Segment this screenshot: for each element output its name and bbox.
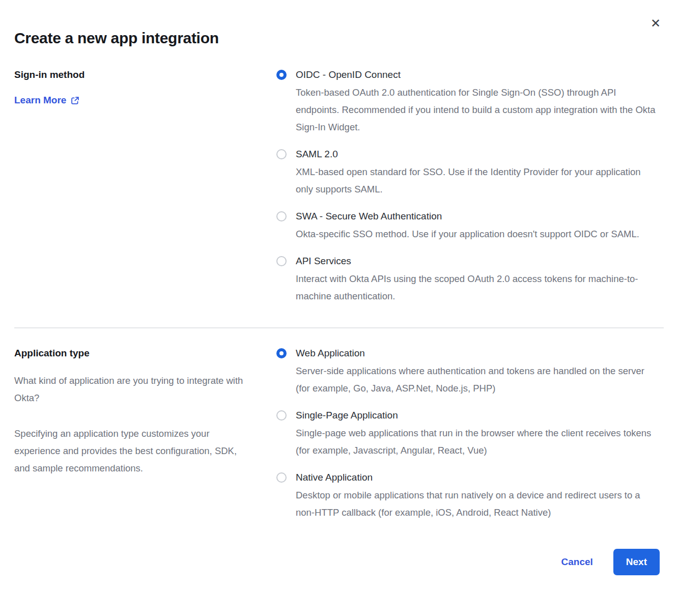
radio-native-app[interactable] — [276, 472, 287, 483]
learn-more-label: Learn More — [14, 95, 66, 106]
option-web-app: Web Application Server-side applications… — [276, 348, 664, 397]
application-type-question: What kind of application are you trying … — [14, 372, 253, 407]
option-saml-title: SAML 2.0 — [296, 149, 338, 160]
learn-more-link[interactable]: Learn More — [14, 95, 79, 106]
option-web-app-title: Web Application — [296, 348, 365, 359]
option-api-services-title: API Services — [296, 256, 351, 267]
radio-saml[interactable] — [276, 149, 287, 159]
application-type-label: Application type — [14, 348, 276, 359]
option-oidc-title: OIDC - OpenID Connect — [296, 69, 401, 80]
signin-method-section: Sign-in method Learn More OIDC - OpenID … — [14, 69, 664, 305]
signin-method-label: Sign-in method — [14, 69, 276, 80]
option-swa-title: SWA - Secure Web Authentication — [296, 211, 442, 222]
next-button[interactable]: Next — [613, 549, 660, 575]
radio-spa[interactable] — [276, 410, 287, 421]
radio-swa[interactable] — [276, 211, 287, 221]
section-divider — [14, 327, 664, 328]
option-oidc: OIDC - OpenID Connect Token-based OAuth … — [276, 69, 664, 136]
option-spa: Single-Page Application Single-page web … — [276, 410, 664, 459]
option-oidc-description: Token-based OAuth 2.0 authentication for… — [296, 84, 658, 136]
close-icon[interactable]: ✕ — [651, 17, 661, 30]
option-api-services-choice[interactable]: API Services — [276, 256, 664, 267]
dialog-title: Create a new app integration — [14, 0, 664, 47]
option-api-services: API Services Interact with Okta APIs usi… — [276, 256, 664, 305]
option-oidc-choice[interactable]: OIDC - OpenID Connect — [276, 69, 664, 80]
application-type-section: Application type What kind of applicatio… — [14, 348, 664, 521]
option-swa-choice[interactable]: SWA - Secure Web Authentication — [276, 211, 664, 222]
option-web-app-choice[interactable]: Web Application — [276, 348, 664, 359]
create-app-integration-dialog: ✕ Create a new app integration Sign-in m… — [0, 0, 678, 616]
option-saml-description: XML-based open standard for SSO. Use if … — [296, 163, 658, 198]
option-native-app-choice[interactable]: Native Application — [276, 472, 664, 483]
option-swa-description: Okta-specific SSO method. Use if your ap… — [296, 226, 658, 243]
external-link-icon — [71, 96, 79, 105]
option-spa-choice[interactable]: Single-Page Application — [276, 410, 664, 421]
dialog-footer: Cancel Next — [14, 549, 664, 575]
radio-oidc[interactable] — [276, 70, 287, 80]
radio-api-services[interactable] — [276, 256, 287, 266]
option-api-services-description: Interact with Okta APIs using the scoped… — [296, 270, 658, 305]
option-web-app-description: Server-side applications where authentic… — [296, 362, 658, 397]
cancel-button[interactable]: Cancel — [561, 556, 593, 568]
radio-web-app[interactable] — [276, 348, 287, 358]
option-saml-choice[interactable]: SAML 2.0 — [276, 149, 664, 160]
option-swa: SWA - Secure Web Authentication Okta-spe… — [276, 211, 664, 243]
option-saml: SAML 2.0 XML-based open standard for SSO… — [276, 149, 664, 198]
option-spa-title: Single-Page Application — [296, 410, 398, 421]
option-native-app-title: Native Application — [296, 472, 373, 483]
option-spa-description: Single-page web applications that run in… — [296, 425, 658, 459]
option-native-app: Native Application Desktop or mobile app… — [276, 472, 664, 521]
application-type-help-text: Specifying an application type customize… — [14, 425, 253, 477]
option-native-app-description: Desktop or mobile applications that run … — [296, 487, 658, 521]
